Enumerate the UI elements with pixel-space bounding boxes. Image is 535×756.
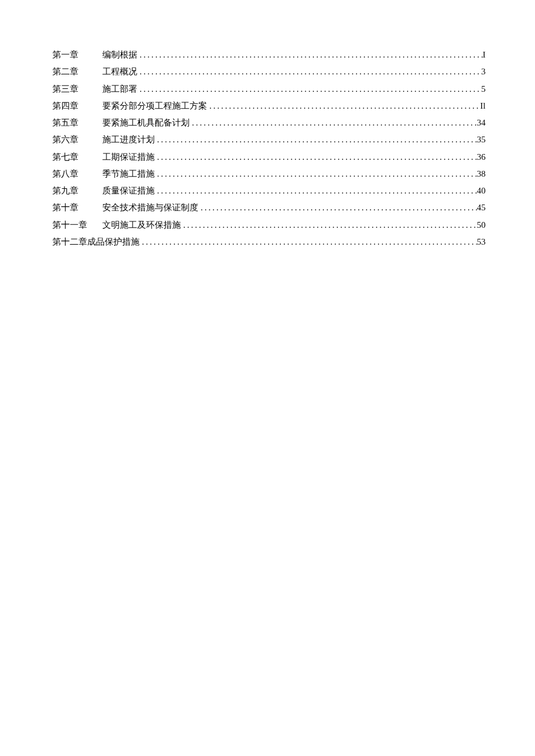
- toc-title: 编制根据: [102, 46, 137, 63]
- toc-page: Il: [480, 98, 486, 114]
- toc-title: 成品保护措施: [87, 234, 140, 250]
- toc-entry: 第四章 要紧分部分项工程施工方案 Il: [52, 98, 486, 114]
- toc-chapter: 第六章: [52, 131, 102, 148]
- toc-entry: 第十一章 文明施工及环保措施 50: [52, 217, 486, 234]
- toc-entry: 第一章 编制根据 I: [52, 46, 486, 63]
- toc-page: I: [483, 46, 486, 63]
- toc-chapter: 第十章: [52, 199, 102, 216]
- toc-leader-dots: [155, 149, 477, 166]
- toc-chapter: 第九章: [52, 182, 102, 199]
- toc-leader-dots: [155, 131, 477, 148]
- toc-leader-dots: [137, 81, 482, 98]
- toc-title: 要紧施工机具配备计划: [102, 114, 190, 131]
- toc-chapter: 第一章: [52, 46, 102, 63]
- toc-title: 施工进度计划: [102, 131, 155, 148]
- toc-leader-dots: [155, 166, 477, 182]
- toc-title: 质量保证措施: [102, 182, 155, 199]
- toc-page: 5: [482, 81, 486, 98]
- toc-entry: 第二章 工程概况 3: [52, 63, 486, 80]
- toc-title: 文明施工及环保措施: [102, 217, 181, 234]
- toc-page: 36: [477, 149, 486, 166]
- toc-leader-dots: [137, 63, 482, 80]
- toc-leader-dots: [198, 199, 477, 216]
- toc-chapter: 第四章: [52, 98, 102, 114]
- toc-leader-dots: [207, 98, 480, 114]
- toc-leader-dots: [181, 217, 477, 234]
- toc-title: 要紧分部分项工程施工方案: [102, 98, 207, 114]
- toc-title: 安全技术措施与保证制度: [102, 199, 198, 216]
- toc-entry: 第七章 工期保证措施 36: [52, 149, 486, 166]
- toc-entry: 第六章 施工进度计划 35: [52, 131, 486, 148]
- toc-entry: 第八章 季节施工措施 38: [52, 166, 486, 182]
- toc-leader-dots: [137, 46, 483, 63]
- toc-page: 3: [482, 63, 486, 80]
- toc-chapter: 第十一章: [52, 217, 102, 234]
- toc-page: 34: [477, 114, 486, 131]
- toc-title: 工期保证措施: [102, 149, 155, 166]
- toc-entry: 第九章 质量保证措施 40: [52, 182, 486, 199]
- toc-page: 50: [477, 217, 486, 234]
- toc-chapter: 第七章: [52, 149, 102, 166]
- toc-chapter: 第三章: [52, 81, 102, 98]
- toc-chapter: 第五章: [52, 114, 102, 131]
- toc-entry: 第十章 安全技术措施与保证制度 45: [52, 199, 486, 216]
- toc-page: 53: [477, 234, 486, 250]
- toc-page: 38: [477, 166, 486, 182]
- toc-entry: 第三章 施工部署 5: [52, 81, 486, 98]
- toc-leader-dots: [155, 182, 477, 199]
- toc-chapter: 第十二章: [52, 234, 87, 250]
- toc-entry: 第五章 要紧施工机具配备计划 34: [52, 114, 486, 131]
- table-of-contents: 第一章 编制根据 I 第二章 工程概况 3 第三章 施工部署 5 第四章 要紧分…: [52, 46, 486, 250]
- toc-leader-dots: [140, 234, 477, 250]
- toc-page: 35: [477, 131, 486, 148]
- toc-entry: 第十二章 成品保护措施 53: [52, 234, 486, 250]
- toc-title: 季节施工措施: [102, 166, 155, 182]
- toc-chapter: 第八章: [52, 166, 102, 182]
- toc-title: 工程概况: [102, 63, 137, 80]
- toc-leader-dots: [190, 114, 477, 131]
- toc-page: 40: [477, 182, 486, 199]
- toc-title: 施工部署: [102, 81, 137, 98]
- toc-chapter: 第二章: [52, 63, 102, 80]
- toc-page: 45: [477, 199, 486, 216]
